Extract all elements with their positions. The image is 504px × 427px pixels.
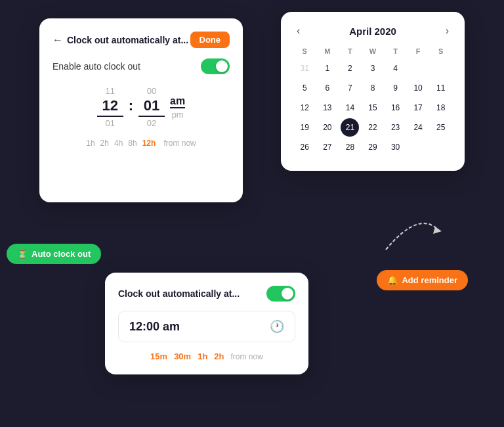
- clockout-title: Clock out automatically at...: [67, 35, 188, 45]
- cal-day[interactable]: 8: [364, 79, 382, 97]
- enable-toggle-row: Enable auto clock out: [52, 58, 230, 74]
- clockout-title-group: ← Clock out automatically at...: [52, 34, 188, 46]
- cal-day[interactable]: 7: [341, 79, 359, 97]
- hour-prev: 11: [106, 86, 115, 96]
- deco-arrow: [379, 204, 445, 256]
- calendar-week-1: 31 1 2 3 4: [294, 59, 452, 78]
- hour-current[interactable]: 12: [97, 97, 123, 117]
- cal-day[interactable]: 28: [341, 138, 359, 156]
- hour-next: 01: [106, 118, 115, 128]
- day-header-w: W: [362, 45, 384, 58]
- cal-day[interactable]: 11: [432, 79, 450, 97]
- clock-icon: 🕐: [270, 319, 284, 334]
- cal-day[interactable]: 25: [432, 118, 450, 137]
- done-button[interactable]: Done: [190, 32, 230, 48]
- reminder-icon: 🔔: [387, 275, 398, 285]
- cal-day[interactable]: 3: [364, 59, 382, 78]
- quick-times-bottom: 15m 30m 1h 2h from now: [118, 351, 295, 361]
- calendar-week-2: 5 6 7 8 9 10 11: [294, 79, 452, 97]
- minute-column: 00 01 02: [138, 86, 165, 128]
- day-header-m: M: [317, 45, 339, 58]
- cal-day: [432, 59, 450, 78]
- calendar-week-3: 12 13 14 15 16 17 18: [294, 99, 452, 117]
- add-reminder-pill[interactable]: 🔔 Add reminder: [377, 270, 468, 290]
- calendar-next-button[interactable]: ›: [443, 25, 452, 37]
- calendar-header: ‹ April 2020 ›: [294, 25, 452, 37]
- cal-day[interactable]: 9: [387, 79, 405, 97]
- cal-day[interactable]: 12: [295, 99, 314, 117]
- bottom-card-title: Clock out automatically at...: [118, 288, 240, 299]
- cal-day: [409, 59, 427, 78]
- from-now-bottom: from now: [231, 352, 263, 361]
- toggle-label: Enable auto clock out: [52, 61, 140, 72]
- calendar-prev-button[interactable]: ‹: [294, 25, 303, 37]
- day-header-t1: T: [339, 45, 361, 58]
- cal-day[interactable]: 5: [295, 79, 314, 97]
- cal-day[interactable]: 4: [387, 59, 405, 78]
- quick-8h[interactable]: 8h: [128, 139, 136, 148]
- cal-day[interactable]: 20: [318, 118, 337, 137]
- cal-day[interactable]: 24: [409, 118, 427, 137]
- cal-day[interactable]: 30: [387, 138, 405, 156]
- calendar-week-4: 19 20 21 22 23 24 25: [294, 118, 452, 137]
- hour-column: 11 12 01: [97, 86, 123, 128]
- cal-day[interactable]: 1: [318, 59, 337, 78]
- enable-toggle[interactable]: [201, 58, 230, 74]
- minute-current[interactable]: 01: [138, 97, 165, 117]
- card-bottom: Clock out automatically at... 12:00 am 🕐…: [105, 273, 308, 374]
- reminder-label: Add reminder: [402, 275, 457, 285]
- cal-day: [432, 138, 450, 156]
- cal-day-selected[interactable]: 21: [341, 118, 359, 137]
- cal-day[interactable]: 31: [295, 59, 314, 78]
- quick-times-row: 1h 2h 4h 8h 12h from now: [52, 139, 230, 148]
- svg-marker-0: [433, 227, 442, 234]
- cal-day[interactable]: 13: [318, 99, 337, 117]
- cal-day[interactable]: 22: [364, 118, 382, 137]
- cal-day[interactable]: 29: [364, 138, 382, 156]
- ampm-column: am pm: [170, 95, 185, 120]
- cal-day[interactable]: 27: [318, 138, 337, 156]
- bottom-card-header: Clock out automatically at...: [118, 286, 295, 302]
- cal-day[interactable]: 6: [318, 79, 337, 97]
- cal-day[interactable]: 26: [295, 138, 314, 156]
- cal-day[interactable]: 16: [387, 99, 405, 117]
- bottom-toggle[interactable]: [266, 286, 295, 302]
- scene: ← Clock out automatically at... Done Ena…: [0, 0, 504, 427]
- cal-day[interactable]: 17: [409, 99, 427, 117]
- quick-2h[interactable]: 2h: [100, 139, 109, 148]
- calendar-month-year: April 2020: [349, 26, 396, 37]
- auto-clock-label: Auto clock out: [32, 249, 91, 259]
- quick-15m[interactable]: 15m: [150, 351, 167, 361]
- cal-day[interactable]: 15: [364, 99, 382, 117]
- time-picker: 11 12 01 : 00 01 02 am pm: [52, 86, 230, 128]
- quick-30m[interactable]: 30m: [174, 351, 191, 361]
- time-display-row[interactable]: 12:00 am 🕐: [118, 311, 295, 342]
- cal-day[interactable]: 10: [409, 79, 427, 97]
- quick-12h[interactable]: 12h: [142, 139, 156, 148]
- clockout-header: ← Clock out automatically at... Done: [52, 32, 230, 48]
- day-header-s2: S: [430, 45, 452, 58]
- quick-1h[interactable]: 1h: [198, 351, 207, 361]
- calendar-grid: S M T W T F S 31 1 2 3 4 5 6: [294, 45, 452, 156]
- ampm-current[interactable]: am: [170, 95, 185, 108]
- time-separator: :: [129, 97, 133, 114]
- quick-1h[interactable]: 1h: [86, 139, 94, 148]
- cal-day[interactable]: 23: [387, 118, 405, 137]
- calendar-day-headers: S M T W T F S: [294, 45, 452, 58]
- from-now-label: from now: [163, 139, 196, 148]
- time-display: 12:00 am: [129, 320, 180, 334]
- card-calendar: ‹ April 2020 › S M T W T F S 31 1 2 3 4: [281, 12, 465, 171]
- back-arrow-icon[interactable]: ←: [52, 34, 63, 46]
- cal-day[interactable]: 18: [432, 99, 450, 117]
- cal-day[interactable]: 2: [341, 59, 359, 78]
- quick-2h[interactable]: 2h: [214, 351, 224, 361]
- cal-day[interactable]: 14: [341, 99, 359, 117]
- day-header-t2: T: [385, 45, 406, 58]
- calendar-week-5: 26 27 28 29 30: [294, 138, 452, 156]
- ampm-other[interactable]: pm: [172, 110, 184, 120]
- day-header-s1: S: [294, 45, 316, 58]
- cal-day[interactable]: 19: [295, 118, 314, 137]
- auto-clock-icon: ⏳: [17, 249, 28, 259]
- auto-clock-out-pill[interactable]: ⏳ Auto clock out: [7, 244, 101, 264]
- quick-4h[interactable]: 4h: [114, 139, 123, 148]
